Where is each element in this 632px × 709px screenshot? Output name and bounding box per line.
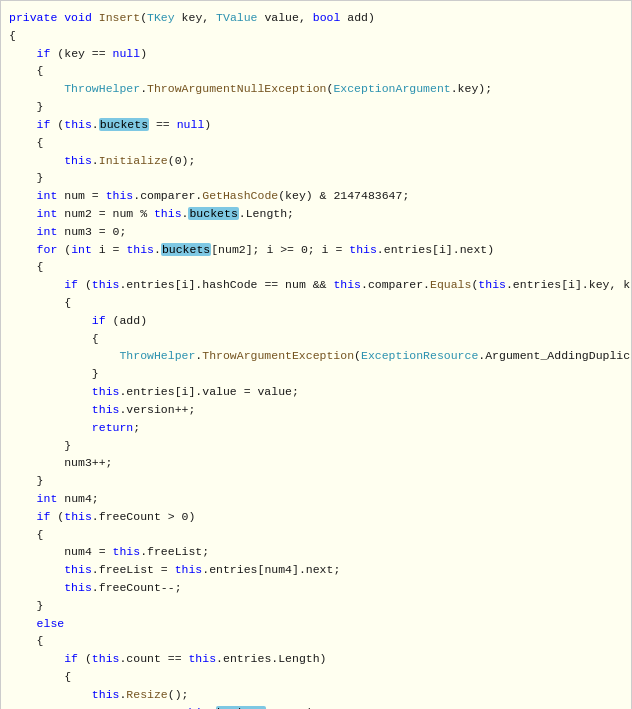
code-window: private void Insert(TKey key, TValue val… [0,0,632,709]
code-content: private void Insert(TKey key, TValue val… [9,9,631,709]
